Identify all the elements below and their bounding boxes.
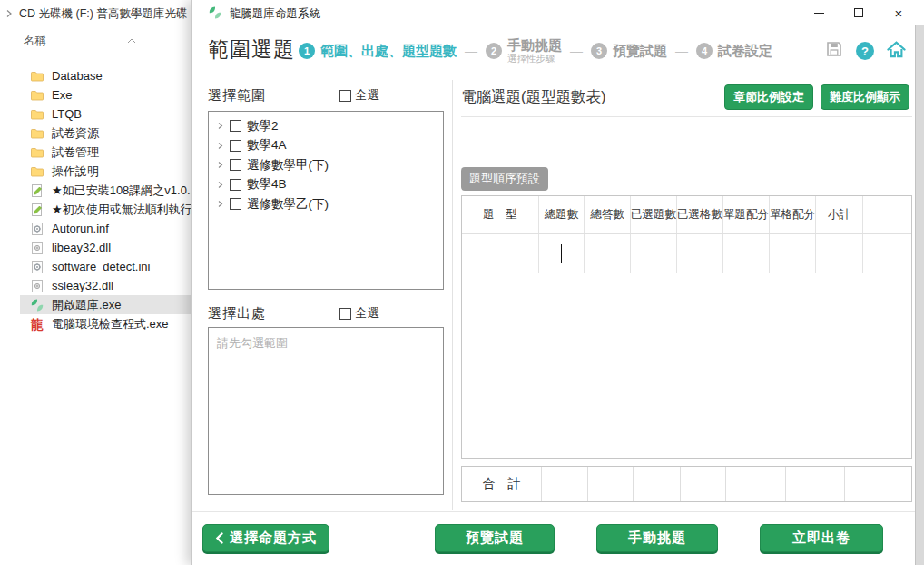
file-name: Autorun.inf: [52, 222, 109, 235]
file-name: Database: [52, 69, 103, 83]
chevron-right-icon[interactable]: [216, 181, 224, 189]
file-name: LTQB: [52, 107, 82, 121]
select-all-checkbox[interactable]: [339, 90, 351, 102]
home-icon[interactable]: [887, 41, 906, 62]
cell-subtotal[interactable]: [816, 234, 863, 273]
tree-item-checkbox[interactable]: [230, 179, 241, 191]
maximize-button[interactable]: [839, 0, 879, 25]
select-all-checkbox[interactable]: [339, 308, 351, 320]
file-row[interactable]: ★如已安裝108課綱之v1.0.1版題: [0, 181, 191, 200]
folder-row[interactable]: Exe: [0, 85, 191, 104]
file-row[interactable]: software_detect.ini: [0, 257, 191, 276]
tree-item-checkbox[interactable]: [230, 159, 241, 171]
chevron-right-icon[interactable]: [216, 122, 224, 130]
step-3-preview[interactable]: 3 預覽試題: [591, 43, 667, 60]
step-4-label: 試卷設定: [718, 43, 772, 60]
source-select-all[interactable]: 全選: [339, 305, 379, 322]
cell-selected-blanks[interactable]: [677, 234, 723, 273]
tree-item-label: 數學4A: [247, 137, 287, 154]
header-empty: [863, 196, 911, 233]
chevron-right-icon: [5, 9, 13, 18]
step-4-paper-settings[interactable]: 4 試卷設定: [696, 43, 772, 60]
folder-icon: [30, 107, 44, 122]
choose-method-back-button[interactable]: 選擇命題方式: [202, 524, 329, 552]
total-value-cell: [786, 467, 845, 501]
total-label-cell: 合 計: [462, 467, 542, 501]
cell-total-answers[interactable]: [585, 234, 631, 273]
chevron-right-icon[interactable]: [216, 142, 224, 150]
folder-row[interactable]: LTQB: [0, 104, 191, 124]
manual-pick-button[interactable]: 手動挑題: [596, 524, 718, 552]
total-value-cell: [588, 467, 634, 501]
tree-item-math4b[interactable]: 數學4B: [209, 175, 443, 195]
column-header-name[interactable]: 名稱: [24, 33, 136, 49]
cell-points-per-question[interactable]: [723, 234, 770, 273]
chapter-ratio-button[interactable]: 章節比例設定: [724, 84, 813, 110]
minimize-button[interactable]: [799, 0, 839, 25]
range-section-label: 選擇範圍: [208, 87, 266, 104]
file-name: 操作說明: [52, 164, 99, 180]
footer-divider: [192, 511, 924, 512]
folder-row[interactable]: 操作說明: [0, 162, 191, 181]
tree-item-checkbox[interactable]: [230, 198, 241, 210]
generate-button-label: 立即出卷: [792, 530, 850, 547]
help-icon[interactable]: ?: [856, 42, 874, 60]
step-1-badge: 1: [299, 43, 315, 59]
file-row[interactable]: Autorun.inf: [0, 219, 191, 238]
file-row-selected[interactable]: 開啟題庫.exe: [0, 295, 191, 314]
difficulty-ratio-button[interactable]: 難度比例顯示: [821, 84, 909, 110]
file-row[interactable]: 龍 電腦環境檢查程式.exe: [0, 314, 191, 333]
tree-item-label: 選修數學乙(下): [247, 196, 329, 213]
source-list-box[interactable]: 請先勾選範圍: [208, 327, 444, 495]
chevron-right-icon[interactable]: [216, 161, 224, 169]
tree-item-label: 選修數學甲(下): [247, 157, 329, 173]
tree-item-elective-b[interactable]: 選修數學乙(下): [209, 194, 443, 214]
question-type-order-button[interactable]: 題型順序預設: [461, 167, 548, 191]
cell-question-type[interactable]: [462, 234, 539, 273]
tree-item-checkbox[interactable]: [230, 140, 241, 152]
close-icon: ×: [895, 6, 903, 20]
file-name: ★初次使用或無法順利執行，請: [52, 202, 191, 218]
select-all-label: 全選: [355, 87, 379, 104]
tree-item-checkbox[interactable]: [230, 120, 241, 132]
save-icon[interactable]: [825, 40, 843, 62]
folder-row[interactable]: Database: [0, 66, 191, 85]
app-logo-icon: [208, 5, 222, 24]
file-name: software_detect.ini: [52, 260, 150, 273]
range-tree: 數學2 數學4A 選修數學甲(下) 數學4B 選修數學乙(下): [208, 111, 444, 290]
range-select-all[interactable]: 全選: [339, 87, 379, 104]
tree-item-math2[interactable]: 數學2: [209, 116, 443, 136]
explorer-root-item[interactable]: CD 光碟機 (F:) 普高數學題庫光碟: [5, 5, 187, 23]
file-row[interactable]: libeay32.dll: [0, 238, 191, 257]
cell-selected-questions[interactable]: [631, 234, 677, 273]
window-title: 龍騰題庫命題系統: [230, 6, 320, 22]
ratio-buttons: 章節比例設定 難度比例顯示: [724, 84, 909, 110]
folder-icon: [30, 164, 44, 179]
text-note-icon: [30, 183, 44, 198]
file-row[interactable]: ★初次使用或無法順利執行，請: [0, 200, 191, 219]
total-value-cell: [726, 467, 786, 501]
folder-row[interactable]: 試卷管理: [0, 143, 191, 162]
preview-questions-button[interactable]: 預覽試題: [435, 524, 555, 552]
tree-item-label: 數學4B: [247, 176, 287, 193]
total-value-cell: [634, 467, 681, 501]
total-value-cell: [681, 467, 726, 501]
total-value-cell: [542, 467, 588, 501]
cell-total-questions-focused[interactable]: [539, 234, 585, 273]
tree-item-math4a[interactable]: 數學4A: [209, 136, 443, 156]
file-row[interactable]: ssleay32.dll: [0, 276, 191, 295]
generate-paper-button[interactable]: 立即出卷: [760, 524, 883, 552]
close-button[interactable]: ×: [879, 0, 919, 25]
app-exe-icon: [30, 298, 44, 312]
chevron-right-icon[interactable]: [216, 200, 224, 208]
step-2-manual-pick[interactable]: 2 手動挑題 選擇性步驟: [486, 37, 562, 64]
question-table-panel: 電腦選題(題型題數表) 章節比例設定 難度比例顯示 題型順序預設 題 型 總題數…: [461, 80, 912, 507]
step-1-range[interactable]: 1 範圍、出處、題型題數: [299, 43, 457, 60]
folder-row[interactable]: 試卷資源: [0, 124, 191, 143]
vertical-scrollbar[interactable]: [915, 25, 924, 565]
tree-item-elective-a[interactable]: 選修數學甲(下): [209, 155, 443, 175]
cell-empty: [863, 234, 911, 273]
maximize-icon: [854, 8, 863, 17]
cell-points-per-blank[interactable]: [770, 234, 816, 273]
range-section-header: 選擇範圍 全選: [208, 85, 446, 105]
